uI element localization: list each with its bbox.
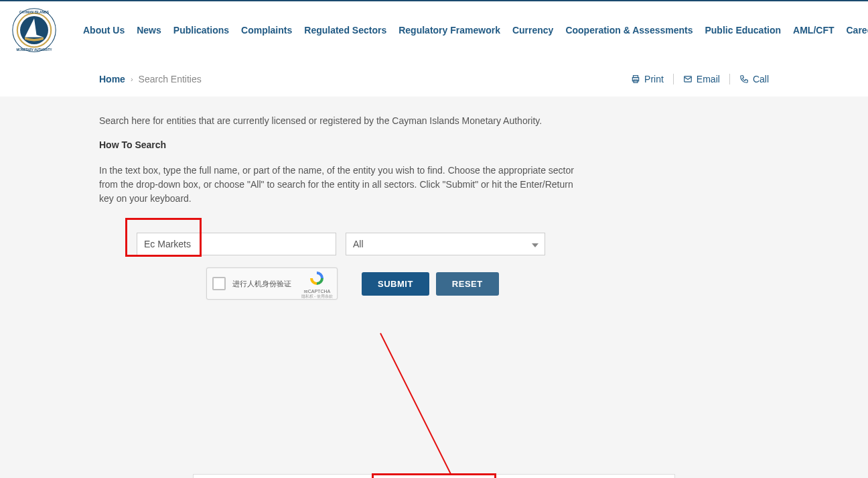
how-to-search-title: How To Search — [99, 139, 769, 150]
reset-button[interactable]: RESET — [436, 272, 499, 296]
how-to-search-text: In the text box, type the full name, or … — [99, 164, 581, 206]
email-icon — [683, 74, 693, 84]
entity-name-input[interactable] — [137, 233, 336, 255]
nav-regulated-sectors[interactable]: Regulated Sectors — [304, 25, 386, 36]
nav-cooperation[interactable]: Cooperation & Assessments — [565, 25, 693, 36]
recaptcha-logo: reCAPTCHA 隐私权 - 使用条款 — [301, 270, 333, 300]
intro-text: Search here for entities that are curren… — [99, 115, 769, 126]
email-label: Email — [697, 74, 720, 84]
svg-text:CAYMAN ISLANDS: CAYMAN ISLANDS — [19, 11, 50, 14]
print-icon — [631, 74, 640, 84]
svg-text:MONETARY AUTHORITY: MONETARY AUTHORITY — [17, 48, 52, 52]
svg-line-12 — [380, 333, 481, 478]
nav-aml-cft[interactable]: AML/CFT — [793, 25, 834, 36]
sector-select[interactable]: All — [346, 233, 545, 255]
breadcrumb-home[interactable]: Home — [99, 74, 125, 84]
breadcrumb-current: Search Entities — [139, 74, 202, 84]
nav-careers[interactable]: Careers — [847, 25, 869, 36]
recaptcha-checkbox[interactable] — [212, 277, 226, 290]
nav-complaints[interactable]: Complaints — [241, 25, 292, 36]
call-action[interactable]: Call — [739, 74, 769, 84]
annotation-arrow — [380, 333, 501, 478]
nav-news[interactable]: News — [137, 25, 161, 36]
print-label: Print — [644, 74, 664, 84]
result-message-box: Name of entity not found. — [193, 474, 675, 478]
logo[interactable]: CAYMAN ISLANDS MONETARY AUTHORITY — [11, 7, 58, 54]
breadcrumb: Home › Search Entities — [99, 74, 202, 84]
submit-button[interactable]: SUBMIT — [362, 272, 429, 296]
nav-publications[interactable]: Publications — [173, 25, 229, 36]
recaptcha-label: 进行人机身份验证 — [232, 279, 291, 289]
email-action[interactable]: Email — [683, 74, 720, 84]
recaptcha-widget[interactable]: 进行人机身份验证 reCAPTCHA 隐私权 - 使用条款 — [206, 267, 338, 300]
nav-public-education[interactable]: Public Education — [705, 25, 781, 36]
annotation-highlight-result — [372, 473, 496, 478]
print-action[interactable]: Print — [631, 74, 664, 84]
nav-regulatory-framework[interactable]: Regulatory Framework — [399, 25, 500, 36]
nav-about-us[interactable]: About Us — [83, 25, 125, 36]
call-label: Call — [753, 74, 769, 84]
chevron-right-icon: › — [131, 75, 133, 83]
phone-icon — [739, 74, 749, 84]
nav-currency[interactable]: Currency — [512, 25, 553, 36]
